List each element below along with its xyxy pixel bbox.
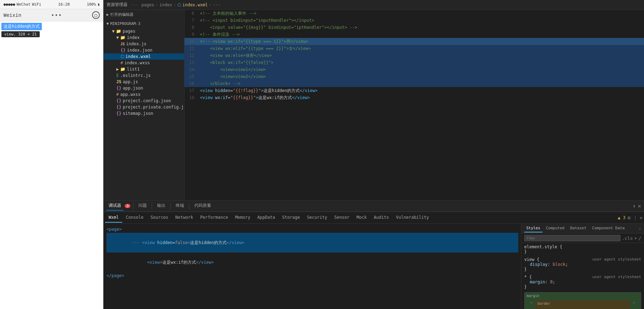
folder-icon: 📁 bbox=[120, 67, 125, 72]
toolbar-dots[interactable]: ··· bbox=[130, 2, 138, 7]
tree-item-app-js[interactable]: JS app.js bbox=[104, 79, 184, 85]
main-tab-security[interactable]: Security bbox=[304, 213, 331, 223]
tab-issues[interactable]: 问题 bbox=[136, 201, 149, 211]
explorer-header-open[interactable]: ▶ 打开的编辑器 bbox=[104, 10, 184, 19]
tab-debugger[interactable]: 调试器 bbox=[106, 201, 123, 211]
main-tab-vulnerability[interactable]: Vulnerability bbox=[392, 213, 432, 223]
tree-label-app-wxss: app.wxss bbox=[120, 92, 141, 97]
devtools-tabbar: 调试器 3 问题 输出 终端 代码质量 ⬆ ✕ bbox=[104, 200, 644, 212]
styles-filter-input[interactable] bbox=[524, 235, 620, 241]
main-tab-network[interactable]: Network bbox=[172, 213, 197, 223]
expand-styles-icon[interactable]: › bbox=[639, 226, 641, 231]
tree-item-index[interactable]: ▼ 📁 index bbox=[104, 34, 184, 41]
explorer-header-project[interactable]: ▼ MINIPROGRAM-3 bbox=[104, 19, 184, 28]
margin-left-dash: — bbox=[530, 300, 533, 305]
tree-item-app-json[interactable]: {} app.json bbox=[104, 85, 184, 91]
dom-line-wxif-view[interactable]: <view>这是wx:if的方式</view> bbox=[106, 252, 518, 272]
breadcrumb-item-2[interactable]: index bbox=[160, 2, 172, 7]
wxss-file-icon: # bbox=[116, 92, 119, 97]
tab-styles[interactable]: Styles bbox=[524, 224, 542, 232]
main-tab-memory[interactable]: Memory bbox=[232, 213, 254, 223]
more-icon[interactable]: ⋮ bbox=[633, 215, 638, 221]
battery-percent: 100% bbox=[87, 2, 96, 7]
nav-dots[interactable]: ••• bbox=[51, 12, 62, 18]
tree-item-index-js[interactable]: JS index.js bbox=[104, 41, 184, 47]
json-file-icon: {} bbox=[116, 86, 121, 91]
main-tab-console[interactable]: Console bbox=[122, 213, 147, 223]
code-line-7: 7 <!-- <input bindinput="inputHandler"><… bbox=[184, 17, 644, 24]
filter-plus[interactable]: + bbox=[634, 236, 637, 241]
tab-computed[interactable]: Computed bbox=[544, 224, 567, 232]
time-display: 16:28 bbox=[58, 2, 70, 7]
margin-label: margin bbox=[527, 294, 539, 298]
chevron-right-icon: ▶ bbox=[116, 67, 119, 72]
close-icon[interactable]: ✕ bbox=[638, 203, 641, 209]
main-tab-sensor[interactable]: Sensor bbox=[331, 213, 353, 223]
tree-item-list1[interactable]: ▶ 📁 list1 bbox=[104, 66, 184, 72]
style-close-star: } bbox=[524, 284, 641, 289]
filter-slash[interactable]: / bbox=[638, 236, 641, 241]
tree-label-app-js: app.js bbox=[123, 79, 138, 84]
style-block-view: view { user agent stylesheet display: bl… bbox=[524, 257, 641, 272]
main-tab-sources[interactable]: Sources bbox=[147, 213, 172, 223]
battery-icon: ▮ bbox=[97, 2, 100, 7]
tree-label-project-private: project.private.config.js... bbox=[123, 105, 184, 110]
styles-panel: Styles Computed Dataset Component Data ›… bbox=[521, 224, 644, 309]
margin-right-dash: — bbox=[633, 300, 635, 305]
dom-inspector[interactable]: <page> ··· <view hidden=false>这是hidden的方… bbox=[104, 224, 521, 309]
border-left-dash: — bbox=[540, 307, 542, 309]
tree-label-pages: pages bbox=[123, 29, 135, 34]
dom-line-hidden-view[interactable]: ··· <view hidden=false>这是hidden的方式</view… bbox=[106, 233, 518, 252]
main-tab-performance[interactable]: Performance bbox=[197, 213, 232, 223]
tree-label-index-wxss: index.wxss bbox=[124, 60, 150, 65]
tree-label-sitemap: sitemap.json bbox=[123, 111, 153, 116]
file-explorer: ▶ 打开的编辑器 ▼ MINIPROGRAM-3 ▼ 📁 pages ▼ 📁 i… bbox=[104, 10, 184, 200]
settings-icon[interactable]: ⚙ bbox=[627, 215, 630, 221]
collapse-icon[interactable]: ⬆ bbox=[633, 203, 636, 209]
tree-item-index-wxss[interactable]: # index.wxss bbox=[104, 60, 184, 66]
close-devtools-icon[interactable]: ✕ bbox=[640, 215, 643, 221]
tree-item-pages[interactable]: ▼ 📁 pages bbox=[104, 28, 184, 34]
breadcrumb-active[interactable]: index.wxml bbox=[182, 2, 208, 7]
tree-item-eslintrc[interactable]: E .eslintrc.js bbox=[104, 72, 184, 79]
box-border: border — padding — 320 × 21 — bbox=[535, 300, 630, 309]
nav-circle-icon[interactable]: ○ bbox=[92, 11, 100, 19]
style-close-view: } bbox=[524, 267, 641, 272]
explorer-project-label: MINIPROGRAM-3 bbox=[110, 21, 141, 26]
tree-item-project-private[interactable]: {} project.private.config.js... bbox=[104, 104, 184, 110]
tab-terminal[interactable]: 终端 bbox=[174, 201, 186, 211]
filter-cls[interactable]: .cls bbox=[622, 236, 633, 241]
code-line-15: 15 <view>view2</view> bbox=[184, 73, 644, 80]
code-line-16: 16 </block> --> bbox=[184, 80, 644, 87]
code-line-17: 17 <view hidden="{{!flag}}">这是hidden的方式<… bbox=[184, 87, 644, 94]
main-tab-audits[interactable]: Audits bbox=[370, 213, 392, 223]
style-selector-row-view: view { user agent stylesheet bbox=[524, 257, 641, 262]
tree-item-project-config[interactable]: {} project.config.json bbox=[104, 98, 184, 104]
tree-item-app-wxss[interactable]: # app.wxss bbox=[104, 91, 184, 98]
phone-nav-bar: Weixin ••• ○ bbox=[0, 9, 103, 21]
main-tab-appdata[interactable]: AppData bbox=[254, 213, 279, 223]
tab-code-quality[interactable]: 代码质量 bbox=[192, 201, 213, 211]
code-editor[interactable]: 6 <!-- 文本框的输入事件 --> 7 <!-- <input bindin… bbox=[184, 10, 644, 200]
json-file-icon: {} bbox=[116, 105, 121, 110]
code-line-13: 13 <block wx:if="{{false}}"> bbox=[184, 59, 644, 66]
json-file-icon: {} bbox=[116, 111, 121, 116]
tree-item-index-json[interactable]: {} index.json bbox=[104, 47, 184, 53]
nav-title: Weixin bbox=[4, 12, 21, 18]
tab-output[interactable]: 输出 bbox=[155, 201, 168, 211]
signal-dots: ●●●●● bbox=[4, 2, 15, 7]
eslint-file-icon: E bbox=[116, 73, 119, 78]
breadcrumb-more[interactable]: ··· bbox=[213, 2, 221, 7]
main-tab-storage[interactable]: Storage bbox=[279, 213, 304, 223]
tree-item-index-wxml[interactable]: ⬡ index.wxml bbox=[104, 53, 184, 60]
tree-item-sitemap[interactable]: {} sitemap.json bbox=[104, 110, 184, 117]
main-tab-wxml[interactable]: Wxml bbox=[105, 213, 122, 223]
wifi-icon: WiFi bbox=[32, 2, 41, 7]
code-line-10: 10 <!-- <view wx:if="{{type === 1}}">男</… bbox=[184, 38, 644, 45]
breadcrumb-item-1[interactable]: pages bbox=[141, 2, 154, 7]
dom-line-page-close: </page> bbox=[106, 272, 518, 279]
phone-status-bar: ●●●●● WeChat WiFi 16:28 100% ▮ bbox=[0, 0, 103, 9]
main-tab-mock[interactable]: Mock bbox=[353, 213, 370, 223]
tab-component-data[interactable]: Component Data bbox=[590, 224, 627, 232]
tab-dataset[interactable]: Dataset bbox=[568, 224, 588, 232]
